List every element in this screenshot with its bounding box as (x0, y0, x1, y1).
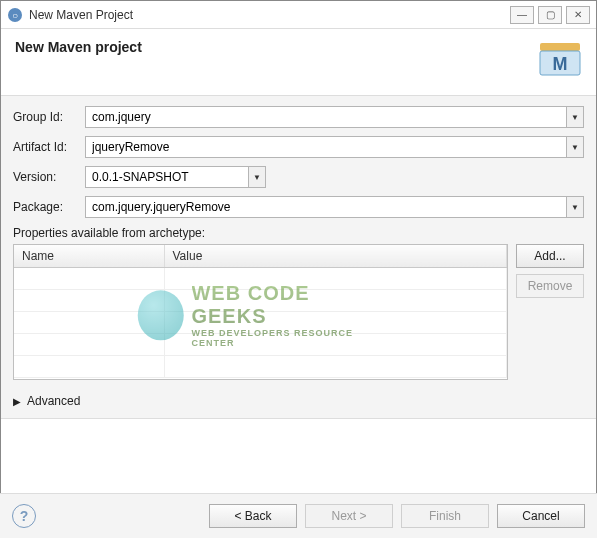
next-button[interactable]: Next > (305, 504, 393, 528)
page-title: New Maven project (15, 39, 142, 55)
svg-text:○: ○ (12, 10, 18, 21)
minimize-button[interactable]: — (510, 6, 534, 24)
help-icon[interactable]: ? (12, 504, 36, 528)
dialog-footer: ? < Back Next > Finish Cancel (0, 493, 597, 538)
column-header-value[interactable]: Value (164, 245, 507, 268)
maximize-button[interactable]: ▢ (538, 6, 562, 24)
properties-table[interactable]: Name Value WEB CODE GEEKS WEB DEVELOPERS… (13, 244, 508, 380)
column-header-name[interactable]: Name (14, 245, 164, 268)
titlebar: ○ New Maven Project — ▢ ✕ (1, 1, 596, 29)
cancel-button[interactable]: Cancel (497, 504, 585, 528)
dropdown-caret-icon[interactable]: ▼ (248, 166, 266, 188)
window-title: New Maven Project (29, 8, 510, 22)
back-button[interactable]: < Back (209, 504, 297, 528)
remove-button[interactable]: Remove (516, 274, 584, 298)
dropdown-caret-icon[interactable]: ▼ (566, 196, 584, 218)
dropdown-caret-icon[interactable]: ▼ (566, 136, 584, 158)
table-row[interactable] (14, 334, 507, 356)
svg-text:M: M (553, 54, 568, 74)
chevron-right-icon: ▶ (13, 396, 21, 407)
version-input[interactable] (85, 166, 248, 188)
table-row[interactable] (14, 356, 507, 378)
maven-icon: M (538, 39, 582, 79)
close-button[interactable]: ✕ (566, 6, 590, 24)
advanced-toggle[interactable]: ▶ Advanced (13, 394, 584, 408)
package-label: Package: (13, 200, 85, 214)
group-id-input[interactable] (85, 106, 566, 128)
artifact-id-input[interactable] (85, 136, 566, 158)
dialog-header: New Maven project M (1, 29, 596, 95)
add-button[interactable]: Add... (516, 244, 584, 268)
properties-label: Properties available from archetype: (13, 226, 584, 240)
advanced-label: Advanced (27, 394, 80, 408)
version-label: Version: (13, 170, 85, 184)
svg-rect-2 (540, 43, 580, 51)
finish-button[interactable]: Finish (401, 504, 489, 528)
table-row[interactable] (14, 312, 507, 334)
package-input[interactable] (85, 196, 566, 218)
artifact-id-label: Artifact Id: (13, 140, 85, 154)
table-row[interactable] (14, 290, 507, 312)
dropdown-caret-icon[interactable]: ▼ (566, 106, 584, 128)
table-row[interactable] (14, 268, 507, 290)
group-id-label: Group Id: (13, 110, 85, 124)
window-icon: ○ (7, 7, 23, 23)
form-area: Group Id: ▼ Artifact Id: ▼ Version: ▼ Pa… (1, 95, 596, 419)
